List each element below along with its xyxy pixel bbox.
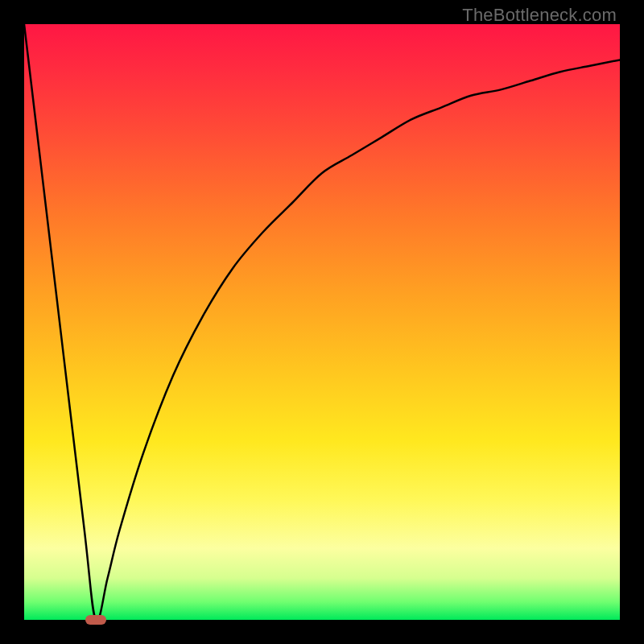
plot-area	[24, 24, 620, 620]
chart-container: TheBottleneck.com	[0, 0, 644, 644]
watermark-text: TheBottleneck.com	[462, 5, 617, 26]
optimal-point-marker	[85, 615, 106, 625]
bottleneck-curve-path	[24, 24, 620, 621]
curve-svg	[24, 24, 620, 620]
